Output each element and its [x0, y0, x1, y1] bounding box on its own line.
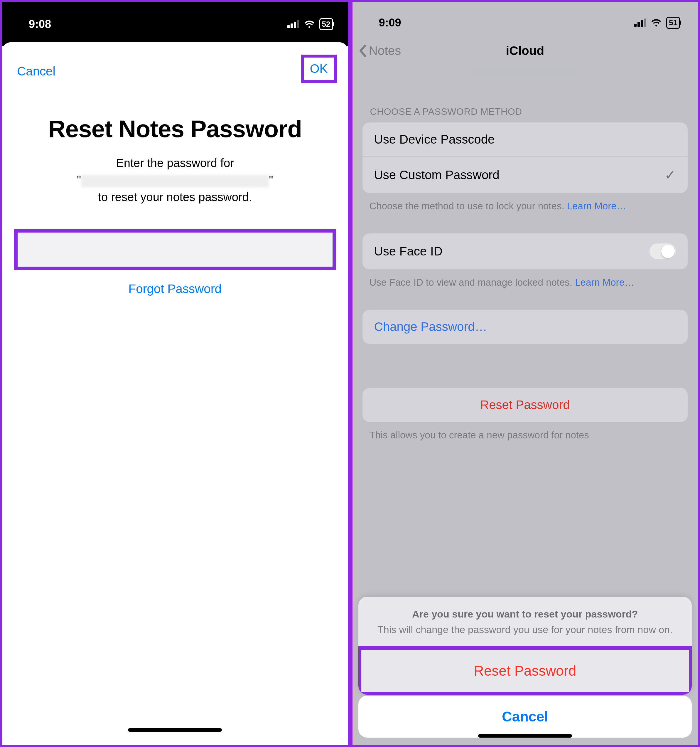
- section-footer: Use Face ID to view and manage locked no…: [370, 276, 683, 289]
- row-reset-password[interactable]: Reset Password: [362, 388, 688, 422]
- learn-more-link[interactable]: Learn More…: [567, 201, 626, 212]
- row-change-password[interactable]: Change Password…: [362, 310, 688, 344]
- cancel-button[interactable]: Cancel: [17, 64, 56, 79]
- highlight-box-ok: OK: [301, 54, 336, 83]
- action-sheet-subtitle: This will change the password you use fo…: [373, 623, 677, 637]
- status-icons: 52: [287, 18, 333, 30]
- signal-icon: [287, 20, 299, 28]
- status-time: 9:08: [29, 18, 51, 30]
- battery-icon: 52: [319, 18, 333, 30]
- action-sheet: Are you sure you want to reset your pass…: [358, 597, 692, 695]
- page-title: iCloud: [506, 44, 544, 58]
- status-bar: 9:08 52: [2, 2, 348, 46]
- redacted-email: [81, 175, 269, 188]
- signal-icon: [634, 18, 646, 27]
- cancel-button[interactable]: Cancel: [358, 696, 692, 738]
- reset-password-button[interactable]: Reset Password: [358, 646, 692, 695]
- highlight-box-password: [14, 229, 336, 270]
- password-input[interactable]: [18, 233, 332, 267]
- battery-icon: 51: [666, 17, 680, 29]
- section-header: CHOOSE A PASSWORD METHOD: [370, 106, 683, 117]
- section-footer: This allows you to create a new password…: [370, 428, 683, 442]
- back-button[interactable]: Notes: [358, 38, 401, 64]
- wifi-icon: [303, 18, 315, 30]
- forgot-password-link[interactable]: Forgot Password: [2, 282, 348, 296]
- status-time: 9:09: [379, 17, 401, 29]
- home-indicator: [478, 734, 572, 738]
- ok-button[interactable]: OK: [310, 62, 328, 76]
- modal-title: Reset Notes Password: [2, 115, 348, 143]
- wifi-icon: [650, 17, 662, 29]
- chevron-left-icon: [358, 44, 367, 57]
- redacted-subtitle: [472, 66, 578, 76]
- home-indicator: [128, 728, 222, 732]
- checkmark-icon: ✓: [664, 167, 676, 183]
- section-footer: Choose the method to use to lock your no…: [370, 200, 683, 213]
- status-icons: 51: [634, 17, 680, 29]
- row-use-custom-password[interactable]: Use Custom Password ✓: [362, 157, 688, 193]
- row-use-device-passcode[interactable]: Use Device Passcode: [362, 122, 688, 157]
- action-sheet-title: Are you sure you want to reset your pass…: [373, 608, 677, 620]
- row-use-face-id[interactable]: Use Face ID: [362, 233, 688, 269]
- status-bar: 9:09 51: [353, 2, 698, 35]
- modal-sheet: Cancel OK Reset Notes Password Enter the…: [2, 42, 348, 739]
- modal-subtitle: Enter the password for "" to reset your …: [14, 154, 336, 206]
- learn-more-link[interactable]: Learn More…: [575, 277, 634, 288]
- face-id-toggle[interactable]: [650, 243, 676, 259]
